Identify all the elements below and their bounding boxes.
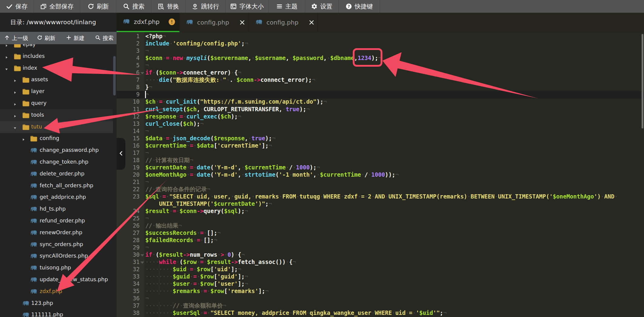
- line-number: 26: [117, 222, 140, 229]
- sidebar-toolbar-label: 刷新: [45, 35, 55, 42]
- caret-right-icon[interactable]: [21, 137, 25, 143]
- line-number: 6: [117, 69, 140, 76]
- tree-item-confing[interactable]: confing: [0, 133, 113, 145]
- tree-item-renewOrder.php[interactable]: renewOrder.php: [0, 227, 113, 239]
- tree-item-label: change_token.php: [40, 159, 88, 165]
- tree-item-change_password.php[interactable]: change_password.php: [0, 145, 113, 156]
- tab-config.php[interactable]: config.php: [249, 13, 318, 32]
- caret-right-icon[interactable]: [13, 78, 17, 84]
- sidebar-toolbar-label: 上一级: [12, 35, 28, 42]
- caret-down-icon[interactable]: [13, 125, 17, 131]
- tree-item-label: refund_order.php: [40, 218, 85, 224]
- fold-icon[interactable]: [140, 72, 144, 74]
- folder-icon: [22, 88, 30, 96]
- fold-icon[interactable]: [140, 262, 144, 264]
- toolbar-button-goto-line[interactable]: 跳转行: [186, 0, 226, 13]
- tab-bar: zdxf.php! config.php config.php: [117, 13, 644, 32]
- folder-icon: [30, 135, 38, 143]
- line-number: 9: [117, 91, 140, 98]
- code-line-34: 34········$user·=·$row['user'];¬: [117, 280, 644, 288]
- tree-item-layer[interactable]: layer: [0, 86, 113, 98]
- sidebar-toolbar-button-up[interactable]: 上一级: [4, 32, 28, 44]
- tree-item-change_token.php[interactable]: change_token.php: [0, 156, 113, 168]
- line-number: 35: [117, 288, 140, 295]
- code-line-22: 22//·查询符合条件的记录¬: [117, 186, 644, 193]
- caret-right-icon[interactable]: [5, 55, 8, 61]
- fold-icon[interactable]: [140, 254, 144, 256]
- toolbar-button-hotkeys[interactable]: ?快捷键: [339, 0, 380, 13]
- toolbar-button-search[interactable]: 搜索: [116, 0, 151, 13]
- line-number: 27: [117, 229, 140, 237]
- tree-item-123.php[interactable]: 123.php: [0, 298, 113, 309]
- php-file-icon: [30, 206, 37, 213]
- save-all-icon: [40, 3, 47, 10]
- tree-item-label: get_addprice.php: [40, 194, 86, 200]
- sidebar-toolbar-button-search[interactable]: 搜索: [95, 32, 114, 44]
- tree-item-label: tools: [31, 112, 44, 118]
- line-number: 2: [117, 40, 140, 47]
- tree-item-get_addprice.php[interactable]: get_addprice.php: [0, 192, 113, 203]
- line-number: 37: [117, 302, 140, 309]
- sidebar-scrollbar[interactable]: [113, 56, 116, 95]
- line-number: 7: [117, 76, 140, 84]
- code-line-4: 4$conn·=·new·mysqli($servername,·$userna…: [117, 55, 644, 62]
- chevron-left-icon: [118, 150, 124, 158]
- tab-zdxf.php[interactable]: zdxf.php!: [117, 13, 180, 32]
- line-number: 21: [117, 179, 140, 186]
- caret-right-icon[interactable]: [13, 90, 17, 96]
- tree-item-sync_orders.php[interactable]: sync_orders.php: [0, 239, 113, 251]
- tab-label: zdxf.php: [134, 18, 160, 25]
- code-editor[interactable]: 1<?php¬2include·'confing/config.php';¬3¬…: [117, 32, 644, 317]
- tree-item-zdxf.php[interactable]: zdxf.php: [0, 286, 113, 298]
- tree-item-update_renew_status.php[interactable]: update_renew_status.php: [0, 274, 113, 286]
- toolbar-button-check[interactable]: 保存: [0, 0, 34, 13]
- tree-item-hd_ts.php[interactable]: hd_ts.php: [0, 203, 113, 215]
- toolbar-button-refresh[interactable]: 刷新: [80, 0, 116, 13]
- code-line-9: 9¬: [117, 91, 644, 98]
- tree-item-tools[interactable]: tools: [0, 109, 113, 121]
- code-line-6: 6if·($conn->connect_error)·{¬: [117, 69, 644, 76]
- code-line-32: 32········$uid·=·$row['uid'];¬: [117, 266, 644, 273]
- toolbar-button-font-size[interactable]: 字体大小: [226, 0, 269, 13]
- toolbar-button-settings[interactable]: 设置: [305, 0, 339, 13]
- line-number: 11: [117, 106, 140, 113]
- sidebar-collapse-handle[interactable]: [117, 138, 125, 170]
- tree-item-refund_order.php[interactable]: refund_order.php: [0, 215, 113, 227]
- tree-item-query[interactable]: query: [0, 98, 113, 109]
- tree-item-label: fetch_all_orders.php: [40, 182, 93, 189]
- tree-item-label: change_password.php: [40, 147, 99, 153]
- indent-guide: [173, 280, 173, 288]
- close-icon[interactable]: [239, 19, 245, 25]
- tree-item-includes[interactable]: includes: [0, 51, 113, 62]
- folder-icon: [22, 100, 30, 108]
- caret-down-icon[interactable]: [5, 67, 8, 72]
- php-icon: [256, 19, 263, 26]
- line-number: 22: [117, 186, 140, 193]
- close-icon[interactable]: [309, 19, 315, 25]
- toolbar-button-replace[interactable]: 替换: [151, 0, 186, 13]
- sidebar-toolbar-button-plus[interactable]: 新建: [66, 32, 84, 44]
- code-line-17: 17¬: [117, 149, 644, 157]
- line-number: 29: [117, 244, 140, 251]
- toolbar-button-save-all[interactable]: 全部保存: [34, 0, 80, 13]
- caret-right-icon[interactable]: [13, 102, 17, 108]
- line-number: 23: [117, 193, 140, 200]
- editor-scrollbar[interactable]: [642, 34, 643, 128]
- tree-item-assets[interactable]: assets: [0, 74, 113, 86]
- tree-item-111111.php[interactable]: 111111.php: [0, 309, 113, 317]
- tab-config.php[interactable]: config.php: [180, 13, 249, 32]
- sidebar-toolbar-button-refresh[interactable]: 刷新: [37, 32, 55, 44]
- caret-right-icon[interactable]: [13, 114, 17, 119]
- tree-item-tuisong.php[interactable]: tuisong.php: [0, 262, 113, 274]
- svg-text:?: ?: [348, 4, 350, 9]
- tree-item-label: tutu: [31, 124, 42, 130]
- tree-item-tutu[interactable]: tutu: [0, 121, 113, 133]
- indent-guide: [159, 259, 159, 266]
- tree-item-syncAllOrders.php[interactable]: syncAllOrders.php: [0, 250, 113, 262]
- indent-guide: [173, 288, 173, 295]
- toolbar-button-theme[interactable]: 主题: [269, 0, 305, 13]
- indent-guide: [159, 273, 159, 280]
- tree-item-index[interactable]: index: [0, 62, 113, 74]
- tree-item-delete_order.php[interactable]: delete_order.php: [0, 168, 113, 180]
- tree-item-fetch_all_orders.php[interactable]: fetch_all_orders.php: [0, 180, 113, 192]
